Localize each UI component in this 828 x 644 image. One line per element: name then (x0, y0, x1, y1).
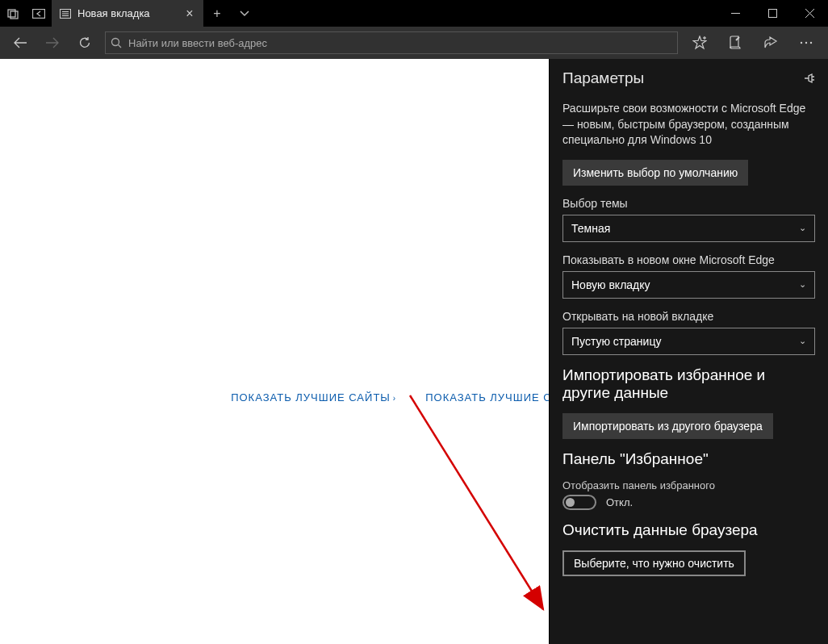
favorites-heading: Панель "Избранное" (562, 450, 815, 468)
pin-icon[interactable] (804, 73, 815, 84)
tab-title: Новая вкладка (77, 7, 150, 19)
svg-rect-2 (33, 9, 45, 18)
svg-rect-8 (768, 10, 776, 18)
favorites-icon[interactable] (683, 27, 717, 59)
clear-data-button[interactable]: Выберите, что нужно очистить (562, 550, 746, 576)
window-controls (717, 0, 828, 27)
reading-list-icon[interactable] (718, 27, 752, 59)
theme-value: Темная (571, 222, 610, 235)
minimize-button[interactable] (717, 0, 754, 27)
toolbar: Найти или ввести веб-адрес (0, 27, 828, 59)
change-default-button[interactable]: Изменить выбор по умолчанию (562, 160, 748, 186)
virtual-desktop-icon[interactable] (26, 0, 52, 27)
settings-panel: Параметры Расширьте свои возможности с M… (549, 59, 828, 644)
favorites-toggle-state: Откл. (606, 496, 633, 508)
tab-preview-icon[interactable] (231, 0, 258, 27)
theme-label: Выбор темы (562, 197, 815, 210)
maximize-button[interactable] (754, 0, 791, 27)
search-icon (111, 37, 122, 48)
svg-point-13 (801, 42, 802, 44)
new-window-select[interactable]: Новую вкладку ⌄ (562, 271, 815, 299)
task-view-icon[interactable] (0, 0, 26, 27)
browser-tab[interactable]: Новая вкладка × (52, 0, 203, 27)
page-icon (60, 9, 71, 19)
chevron-down-icon: ⌄ (799, 279, 806, 290)
close-tab-icon[interactable]: × (182, 7, 197, 20)
svg-line-10 (119, 45, 122, 48)
back-button[interactable] (5, 27, 36, 59)
svg-rect-7 (731, 13, 740, 14)
address-placeholder: Найти или ввести веб-адрес (128, 37, 267, 49)
panel-header: Параметры (550, 59, 828, 98)
clear-data-heading: Очистить данные браузера (562, 521, 815, 539)
favorites-toggle-label: Отобразить панель избранного (562, 479, 815, 491)
chevron-right-icon: › (393, 394, 396, 403)
import-button[interactable]: Импортировать из другого браузера (562, 413, 773, 439)
show-top-sites-link[interactable]: ПОКАЗАТЬ ЛУЧШИЕ САЙТЫ› (226, 388, 401, 407)
chevron-down-icon: ⌄ (799, 223, 806, 233)
refresh-button[interactable] (69, 27, 100, 59)
more-icon[interactable] (789, 27, 823, 59)
address-bar[interactable]: Найти или ввести веб-адрес (105, 31, 678, 54)
panel-title: Параметры (562, 69, 644, 87)
chevron-down-icon: ⌄ (799, 336, 806, 346)
close-window-button[interactable] (791, 0, 828, 27)
import-heading: Импортировать избранное и другие данные (562, 366, 815, 402)
svg-point-15 (810, 42, 812, 44)
svg-point-9 (112, 39, 119, 46)
title-bar: Новая вкладка × + (0, 0, 828, 27)
share-icon[interactable] (754, 27, 788, 59)
theme-select[interactable]: Темная ⌄ (562, 215, 815, 242)
forward-button[interactable] (37, 27, 68, 59)
new-tab-value: Пустую страницу (571, 335, 661, 348)
svg-point-14 (805, 42, 807, 44)
favorites-toggle[interactable] (562, 495, 596, 510)
new-tab-select[interactable]: Пустую страницу ⌄ (562, 328, 815, 355)
new-tab-button[interactable]: + (203, 0, 231, 27)
promo-text: Расширьте свои возможности с Microsoft E… (562, 101, 815, 148)
new-tab-label: Открывать на новой вкладке (562, 310, 815, 323)
new-window-value: Новую вкладку (571, 278, 650, 291)
new-window-label: Показывать в новом окне Microsoft Edge (562, 253, 815, 266)
